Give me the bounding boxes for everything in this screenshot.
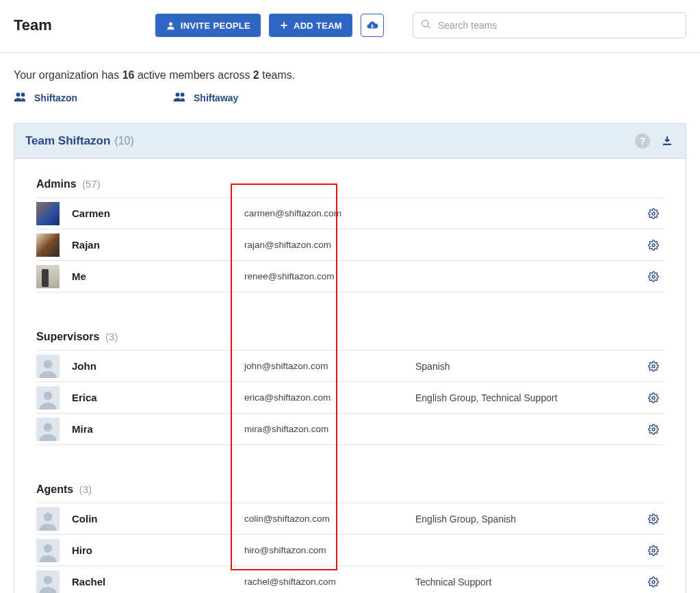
row-settings-button[interactable] [643, 577, 664, 588]
avatar [36, 386, 60, 409]
row-settings-button[interactable] [643, 545, 664, 556]
row-settings-button[interactable] [643, 240, 664, 251]
cloud-download-button[interactable] [361, 14, 384, 37]
member-email: colin@shiftazon.com [244, 514, 415, 524]
panel-title: Team Shiftazon [25, 134, 110, 148]
add-team-button[interactable]: ADD TEAM [269, 14, 352, 37]
row-settings-button[interactable] [643, 392, 664, 403]
svg-point-12 [652, 396, 655, 399]
member-email: mira@shiftazon.com [244, 424, 415, 434]
svg-point-11 [44, 391, 53, 400]
row-settings-button[interactable] [643, 208, 664, 219]
member-email: erica@shiftazon.com [244, 392, 415, 403]
help-icon[interactable]: ? [635, 134, 650, 149]
search-icon [420, 18, 431, 32]
row-settings-button[interactable] [643, 361, 664, 372]
member-email: rajan@shiftazon.com [244, 240, 415, 250]
table-row[interactable]: Mira mira@shiftazon.com [36, 413, 664, 444]
svg-point-9 [44, 359, 53, 368]
avatar [36, 234, 60, 257]
group-title-agents: Agents (3) [36, 483, 664, 496]
team-link-shiftazon[interactable]: Shiftazon [14, 91, 77, 104]
cloud-download-icon [366, 19, 378, 31]
group-title-admins: Admins (57) [36, 178, 664, 190]
summary-text: Your organization has 16 active members … [0, 53, 700, 88]
row-settings-button[interactable] [643, 424, 664, 435]
team-link-shiftaway[interactable]: Shiftaway [173, 91, 238, 104]
member-name: Mira [60, 423, 244, 435]
member-email: hiro@shiftazon.com [244, 545, 415, 555]
svg-point-0 [169, 22, 172, 25]
avatar [36, 539, 60, 562]
table-row[interactable]: Rachel rachel@shiftazon.com Technical Su… [36, 566, 664, 593]
member-name: Carmen [60, 207, 244, 219]
svg-point-5 [181, 92, 185, 97]
table-row[interactable]: Colin colin@shiftazon.com English Group,… [36, 503, 664, 534]
people-icon [14, 91, 27, 104]
member-email: renee@shiftazon.com [244, 271, 415, 281]
plus-icon [279, 21, 289, 30]
add-team-label: ADD TEAM [294, 21, 342, 31]
member-email: john@shiftazon.com [244, 361, 415, 371]
svg-point-13 [44, 422, 53, 431]
member-tags: English Group, Technical Support [415, 392, 643, 403]
svg-point-15 [44, 512, 53, 521]
group-title-supervisors: Supervisors (3) [36, 331, 664, 343]
person-icon [166, 21, 176, 31]
member-name: Erica [60, 392, 244, 403]
member-email: carmen@shiftazon.com [244, 208, 415, 218]
svg-point-10 [652, 365, 655, 368]
avatar [36, 507, 60, 531]
table-row[interactable]: Me renee@shiftazon.com [36, 260, 664, 292]
table-row[interactable]: Carmen carmen@shiftazon.com [36, 197, 664, 229]
row-settings-button[interactable] [643, 271, 664, 282]
people-icon [173, 91, 187, 104]
team-link-label: Shiftaway [194, 92, 238, 103]
page-title: Team [14, 16, 52, 34]
table-row[interactable]: Hiro hiro@shiftazon.com [36, 534, 664, 566]
member-email: rachel@shiftazon.com [244, 577, 415, 587]
invite-people-label: INVITE PEOPLE [181, 21, 250, 31]
panel-count: (10) [114, 135, 133, 147]
member-name: John [60, 360, 244, 372]
svg-point-3 [21, 92, 25, 97]
svg-point-8 [652, 275, 655, 278]
search-box [413, 12, 686, 38]
member-name: Colin [60, 513, 244, 525]
panel-header: Team Shiftazon (10) ? [14, 124, 686, 159]
panel-body: Admins (57) Carmen carmen@shiftazon.com … [14, 159, 686, 593]
svg-point-4 [176, 92, 180, 97]
svg-point-16 [652, 518, 655, 520]
avatar [36, 418, 60, 441]
svg-point-14 [652, 428, 655, 431]
member-name: Hiro [60, 544, 244, 556]
invite-people-button[interactable]: INVITE PEOPLE [155, 14, 261, 37]
row-settings-button[interactable] [643, 514, 664, 525]
member-name: Me [60, 270, 244, 282]
table-row[interactable]: Rajan rajan@shiftazon.com [36, 229, 664, 260]
svg-point-6 [652, 212, 655, 215]
member-tags: English Group, Spanish [415, 514, 643, 525]
team-link-label: Shiftazon [34, 92, 77, 103]
svg-point-19 [44, 575, 53, 584]
member-name: Rajan [60, 239, 244, 251]
svg-point-2 [16, 92, 21, 97]
team-links: Shiftazon Shiftaway [0, 88, 700, 123]
member-tags: Technical Support [415, 577, 643, 588]
svg-point-7 [652, 244, 655, 247]
svg-point-1 [422, 21, 428, 27]
avatar [36, 570, 60, 594]
member-tags: Spanish [415, 361, 643, 372]
member-name: Rachel [60, 576, 244, 588]
svg-point-20 [652, 581, 655, 583]
search-input[interactable] [413, 12, 686, 38]
table-row[interactable]: Erica erica@shiftazon.com English Group,… [36, 381, 664, 413]
download-icon[interactable] [660, 134, 675, 149]
avatar [36, 265, 60, 288]
avatar [36, 355, 60, 378]
team-panel: Team Shiftazon (10) ? Admins (57) Carmen… [14, 123, 686, 593]
svg-point-17 [44, 544, 53, 553]
table-row[interactable]: John john@shiftazon.com Spanish [36, 350, 664, 381]
top-bar: Team INVITE PEOPLE ADD TEAM [0, 0, 700, 53]
avatar [36, 202, 60, 225]
